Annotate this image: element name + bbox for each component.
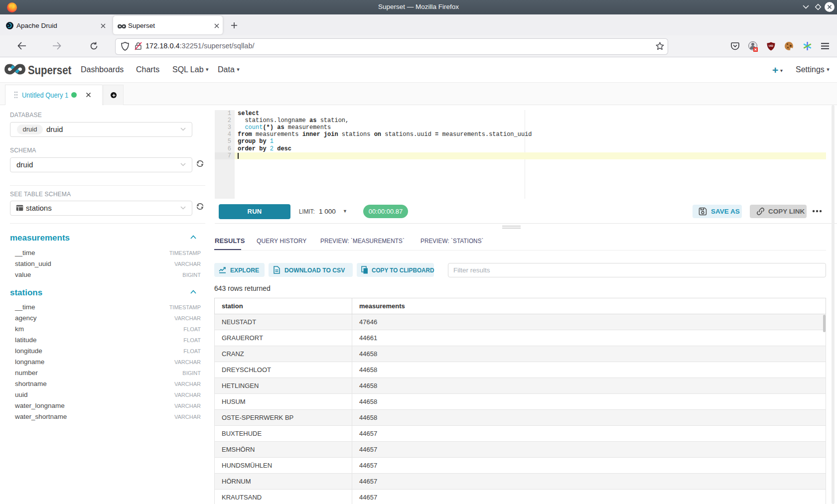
svg-text:UO: UO [769,44,773,47]
